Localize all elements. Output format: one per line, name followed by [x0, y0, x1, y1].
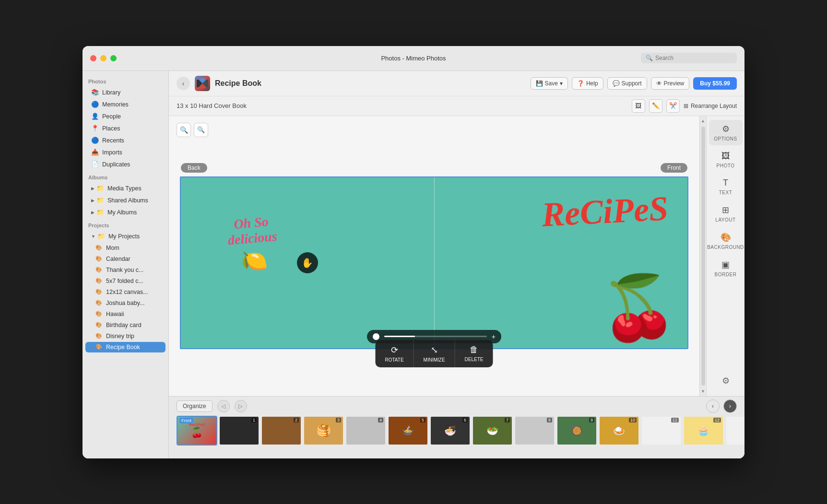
bottom-controls: Organize ◁ ▷ ‹ ›: [169, 397, 744, 416]
help-button[interactable]: ❓ Help: [572, 77, 603, 90]
project-item-12x12[interactable]: 🎨 12x12 canvas...: [85, 287, 165, 297]
search-input[interactable]: [655, 55, 732, 61]
thumbnail-front[interactable]: ReCiPeS 🍒 Front: [177, 416, 217, 445]
project-item-thank-you[interactable]: 🎨 Thank you c...: [85, 265, 165, 275]
organize-button[interactable]: Organize: [177, 400, 213, 412]
add-photo-button[interactable]: 🖼: [632, 99, 645, 113]
thumbnail-13[interactable]: 13: [725, 416, 744, 445]
sidebar-item-imports[interactable]: 📥 Imports: [85, 147, 165, 158]
header-top: ‹ Recipe Book 💾: [169, 71, 744, 96]
zoom-plus-icon: +: [492, 333, 496, 340]
crop-button[interactable]: ✂️: [666, 99, 680, 113]
save-button[interactable]: 💾 Save ▾: [531, 77, 568, 90]
sidebar-item-duplicates[interactable]: 📄 Duplicates: [85, 159, 165, 170]
book-page-left[interactable]: Oh So delicious 🍋 ✋: [181, 177, 434, 348]
project-item-mom[interactable]: 🎨 Mom: [85, 243, 165, 253]
sticker-oh-so[interactable]: Oh So delicious 🍋: [210, 201, 296, 288]
project-item-joshua[interactable]: 🎨 Joshua baby...: [85, 298, 165, 308]
background-panel-button[interactable]: 🎨 BACKGROUND: [709, 228, 743, 254]
save-icon: 💾: [536, 80, 543, 87]
sidebar-item-shared-albums[interactable]: ▶ 📁 Shared Albums: [85, 195, 165, 206]
project-icon: 🎨: [95, 332, 103, 340]
photo-panel-button[interactable]: 🖼 PHOTO: [709, 147, 743, 172]
zoom-out-button[interactable]: 🔍: [177, 123, 191, 137]
project-icon: 🎨: [95, 321, 103, 329]
page-prev-button[interactable]: ‹: [706, 399, 720, 413]
thumbnail-4[interactable]: 4: [345, 416, 386, 445]
sidebar-item-recents[interactable]: 🔵 Recents: [85, 135, 165, 146]
minimize-button[interactable]: [100, 55, 106, 61]
sidebar-item-label: My Albums: [107, 209, 137, 216]
sidebar-item-label: Library: [102, 89, 120, 96]
preview-button[interactable]: 👁 Preview: [651, 77, 690, 90]
sidebar-item-media-types[interactable]: ▶ 📁 Media Types: [85, 183, 165, 194]
sidebar-item-memories[interactable]: 🔵 Memories: [85, 99, 165, 110]
scroll-track[interactable]: [701, 127, 705, 386]
recents-icon: 🔵: [91, 137, 99, 144]
project-item-disney[interactable]: 🎨 Disney trip: [85, 331, 165, 341]
buy-button[interactable]: Buy $55.99: [693, 77, 737, 90]
rearrange-button[interactable]: ⊞ Rearrange Layout: [684, 103, 737, 109]
thumbnail-12[interactable]: 🧁 12: [683, 416, 724, 445]
prev-page-circle[interactable]: ◁: [217, 400, 230, 412]
canvas-scroll[interactable]: Back Front Oh So delici: [169, 116, 699, 396]
header-sub: 13 x 10 Hard Cover Book 🖼 ✏️ ✂️ ⊞: [169, 96, 744, 116]
search-bar[interactable]: 🔍: [641, 53, 737, 63]
next-page-circle[interactable]: ▷: [235, 400, 247, 412]
sidebar-item-my-albums[interactable]: ▶ 📁 My Albums: [85, 207, 165, 218]
zoom-slider-handle[interactable]: [373, 333, 379, 340]
thumbnail-10[interactable]: 🍛 10: [599, 416, 639, 445]
layout-panel-button[interactable]: ⊞ LAYOUT: [709, 201, 743, 226]
edit-button[interactable]: ✏️: [649, 99, 662, 113]
thumbnail-9[interactable]: 🥘 9: [556, 416, 597, 445]
sidebar-item-label: People: [102, 113, 121, 120]
thumbnail-6[interactable]: 🍜 6: [430, 416, 471, 445]
scrollbar[interactable]: ▲ ▼: [699, 116, 706, 396]
thumbnail-1[interactable]: 1: [219, 416, 260, 445]
close-button[interactable]: [90, 55, 96, 61]
back-button[interactable]: ‹: [177, 77, 190, 90]
support-button[interactable]: 💬 Support: [607, 77, 647, 90]
thumbnail-num: 9: [589, 418, 594, 422]
sidebar-section-photos: Photos: [83, 75, 168, 86]
thumbnail-2[interactable]: 2: [261, 416, 302, 445]
zoom-slider-track: [384, 336, 487, 337]
sidebar-item-label: Places: [102, 125, 120, 132]
project-label: Hawaii: [106, 311, 124, 317]
canvas-main: 🔍 🔍 Back Front: [169, 116, 699, 396]
project-item-5x7[interactable]: 🎨 5x7 folded c...: [85, 276, 165, 286]
book-spread[interactable]: Oh So delicious 🍋 ✋: [180, 176, 688, 349]
thumbnail-5[interactable]: 🍲 5: [388, 416, 428, 445]
project-item-birthday[interactable]: 🎨 Birthday card: [85, 320, 165, 330]
thumbnail-3[interactable]: 🥞 3: [303, 416, 344, 445]
zoom-in-button[interactable]: 🔍: [194, 123, 208, 137]
project-item-hawaii[interactable]: 🎨 Hawaii: [85, 309, 165, 319]
thumbnail-7[interactable]: 🥗 7: [472, 416, 513, 445]
options-panel-button[interactable]: ⚙ OPTIONS: [709, 120, 743, 145]
text-panel-button[interactable]: T TEXT: [709, 174, 743, 199]
thumbnail-11[interactable]: 11: [641, 416, 682, 445]
sidebar-item-library[interactable]: 📚 Library: [85, 87, 165, 98]
sidebar-item-label: Media Types: [107, 185, 142, 192]
project-item-recipe-book[interactable]: 🎨 Recipe Book: [85, 342, 165, 352]
thumbnail-8[interactable]: 8: [514, 416, 555, 445]
scroll-down-arrow[interactable]: ▼: [700, 388, 706, 394]
sidebar-item-people[interactable]: 👤 People: [85, 111, 165, 122]
book-page-right[interactable]: ReCiPeS 🍒: [435, 177, 687, 348]
page-next-button[interactable]: ›: [723, 399, 737, 413]
delete-button[interactable]: 🗑 DELETE: [455, 340, 493, 367]
settings-button[interactable]: ⚙: [718, 373, 733, 388]
border-panel-button[interactable]: ▣ BORDER: [709, 256, 743, 281]
project-item-calendar[interactable]: 🎨 Calendar: [85, 254, 165, 264]
sidebar-item-places[interactable]: 📍 Places: [85, 123, 165, 134]
sidebar-item-my-projects[interactable]: ▼ 📁 My Projects: [85, 231, 165, 242]
background-icon: 🎨: [721, 232, 731, 243]
support-icon: 💬: [613, 80, 620, 87]
library-icon: 📚: [91, 89, 99, 96]
book-spine: [434, 177, 435, 348]
thumbnails-strip[interactable]: ReCiPeS 🍒 Front 1 2 🥞: [169, 416, 744, 458]
rotate-button[interactable]: ⟳ ROTATE: [376, 340, 414, 367]
scroll-up-arrow[interactable]: ▲: [700, 118, 706, 124]
maximize-button[interactable]: [110, 55, 117, 61]
minimize-button[interactable]: ⤡ MINIMIZE: [414, 340, 455, 367]
